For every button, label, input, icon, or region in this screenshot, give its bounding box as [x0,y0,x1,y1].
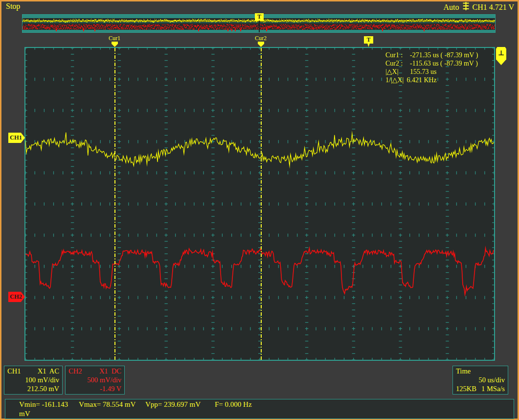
cursor2-label: Cur2 [252,35,269,42]
waveform-display: Cur1 :-271.35 us ( -87.39 mV ) Cur2 :-11… [24,47,495,361]
measurement-bar: Vmin= -161.143 mV Vmax= 78.554 mV Vpp= 2… [5,399,514,419]
ch1-measurements: Vmin= -161.143 mV Vmax= 78.554 mV Vpp= 2… [19,400,514,419]
inverse-delta-x-label: 1/|△X| [385,76,404,84]
buffer-trigger-position-marker[interactable]: T [255,13,264,21]
trigger-source-readout: CH1 4.721 V [473,3,515,12]
cursor2-line[interactable] [261,48,262,360]
acquisition-status: Stop [6,2,20,11]
cursor2-handle[interactable] [258,42,264,47]
ch2-scale: 500 mV/div [87,376,121,384]
memory-depth: 125KB [456,385,476,393]
ch1-coupling: X1 AC [38,367,59,375]
delta-x-value: 155.73 us [410,68,436,76]
cursor-readout: Cur1 :-271.35 us ( -87.39 mV ) Cur2 :-11… [385,51,478,84]
timebase-box[interactable]: Time 50 us/div 125KB1 MSa/s [452,366,508,395]
oscilloscope-screen: Stop Auto CH1 4.721 V T Cur1 Cur2 T [0,0,519,420]
ch1-name: CH1 [7,367,21,375]
ch2-settings-box[interactable]: CH2X1 DC 500 mV/div -1.49 V [65,366,125,395]
ch1-vpp: Vpp= 239.697 mV [145,400,215,419]
cursor2-readout-label: Cur2 : [385,59,410,68]
cursor1-label: Cur1 [106,35,123,42]
ch2-position-marker[interactable]: CH2 [8,292,25,302]
sample-rate: 1 MSa/s [481,385,505,393]
cursor2-readout-value: -115.63 us ( -87.39 mV ) [410,59,478,68]
ch1-position-marker[interactable]: CH1 [8,133,25,143]
waveform-canvas [25,48,494,360]
ch1-scale: 100 mV/div [25,376,59,384]
trigger-level-marker[interactable]: ⊥ [496,47,506,65]
trigger-edge-icon [463,2,469,12]
cursor1-handle[interactable] [112,42,118,47]
ch1-vmin: Vmin= -161.143 mV [19,400,79,419]
ch2-name: CH2 [68,367,82,375]
trigger-mode: Auto [444,3,459,12]
ch1-freq: F= 0.000 Hz [215,400,514,419]
cursor1-readout-label: Cur1 : [385,51,410,59]
ch1-vmax: Vmax= 78.554 mV [79,400,145,419]
timebase-scale: 50 us/div [478,376,505,384]
trigger-position-marker[interactable]: T [364,36,373,47]
ch1-offset: 212.50 mV [27,385,59,393]
cursor1-readout-value: -271.35 us ( -87.39 mV ) [410,51,478,59]
delta-x-label: |△X| [385,68,410,76]
timebase-label: Time [456,367,471,375]
ch1-settings-box[interactable]: CH1X1 AC 100 mV/div 212.50 mV [4,366,63,395]
ch2-offset: -1.49 V [100,385,121,393]
cursor1-line[interactable] [114,48,115,360]
ch2-coupling: X1 DC [99,367,121,375]
inverse-delta-x-value: 6.421 KHz [406,76,436,84]
